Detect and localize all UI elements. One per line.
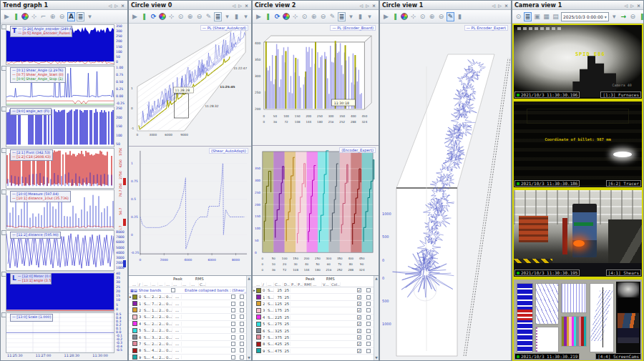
column-header[interactable]: Col… [331, 282, 341, 287]
list-view-icon[interactable]: ≣ [524, 12, 532, 21]
window-controls[interactable]: ◁ ▷ × [233, 3, 249, 8]
table-scrollbar[interactable]: ▲▼ [246, 276, 251, 360]
chart-plot-area[interactable]: T— [1:20] Angle_encoder (249.69)— [0:5] … [6, 24, 114, 65]
collapse-checkbox[interactable] [240, 328, 244, 332]
row-more-button[interactable]: … [172, 342, 182, 346]
column-icon[interactable]: ▮ [356, 12, 364, 21]
enable-collapsed-link[interactable]: Enable collapsed bands : (Shear_ [185, 288, 246, 292]
visible-checkbox[interactable] [231, 335, 235, 340]
camera-feed-shears[interactable]: 2021/10/3 11:30:30.195[4:1] Shears [512, 189, 643, 278]
collapse-checkbox[interactable] [240, 335, 244, 340]
row-more-button[interactable]: … [172, 335, 182, 340]
band-color-swatch[interactable] [132, 341, 137, 346]
chart-plot-area[interactable]: — [13:0] Scale (1.000) [6, 312, 114, 353]
play-icon[interactable]: ▶ [3, 12, 11, 21]
table-row[interactable]: ▸0S…2…2…0…… [129, 294, 246, 300]
refresh-icon[interactable]: ⟳ [273, 12, 281, 21]
collapse-checkbox[interactable] [366, 335, 371, 340]
pause-icon[interactable]: ‖ [638, 12, 644, 21]
column-icon[interactable]: ▮ [456, 12, 464, 21]
visible-checkbox[interactable] [231, 308, 235, 312]
window-controls[interactable]: ◁ ▷ × [492, 3, 509, 8]
visible-checkbox[interactable]: ✓ [357, 295, 361, 300]
zoom-out-icon[interactable]: ⊖ [437, 12, 445, 21]
column-header[interactable]: … [151, 282, 158, 287]
column-header[interactable]: D… [283, 282, 291, 287]
film-strip-icon[interactable]: ▤ [552, 12, 560, 21]
chart-plot-area[interactable]: — [2:1] Pivot (342.53)— [1:2] C18 (2608.… [6, 148, 114, 189]
table-row[interactable]: 1S…7525✓ [253, 294, 374, 300]
autoadapt-line-chart[interactable]: (Shear_AutoAdapt) 10.750.50.250-0.250200… [129, 146, 251, 275]
band-color-swatch[interactable] [256, 295, 261, 300]
play-icon[interactable]: ▶ [131, 12, 139, 21]
visible-checkbox[interactable]: ✓ [357, 302, 361, 306]
axes-tool-icon[interactable]: ⊹ [409, 12, 417, 21]
table-row[interactable]: 8S…4…2…0…… [129, 347, 246, 354]
axes-tool-icon[interactable]: ⊹ [291, 12, 299, 21]
view-eye-icon[interactable]: ⊙ [514, 12, 522, 21]
zoom-out-icon[interactable]: ⊖ [319, 12, 327, 21]
table-row[interactable]: 4S…2…2…0…… [129, 321, 246, 327]
view-eye-icon[interactable]: ⊙ [301, 12, 308, 21]
table-row[interactable]: 5S…2…2…0…… [129, 327, 246, 334]
row-more-button[interactable]: … [172, 322, 182, 326]
dropdown-arrow-icon[interactable]: ▾ [223, 12, 231, 21]
table-row[interactable]: 2S…1…2…0…… [129, 307, 246, 314]
row-more-button[interactable]: … [172, 355, 182, 360]
collapse-checkbox[interactable] [240, 308, 244, 312]
camera-feed-furnaces[interactable]: SPID E86Camera 402021/10/3 11:30:30.196[… [512, 24, 643, 100]
row-more-button[interactable]: … [172, 308, 182, 312]
camera-feed-screencams[interactable]: 2021/10/3 11:30:30.219[4:4] ScreenCams [512, 278, 643, 361]
visible-checkbox[interactable] [231, 295, 235, 299]
row-more-button[interactable]: … [172, 315, 182, 319]
table-scrollbar[interactable]: ▲▼ [374, 276, 379, 360]
column-header[interactable]: … [165, 282, 172, 287]
visible-checkbox[interactable] [231, 355, 235, 360]
palette-icon[interactable] [401, 13, 408, 20]
refresh-icon[interactable]: ⟳ [150, 12, 157, 21]
pause-icon[interactable]: ‖ [12, 12, 20, 21]
table-row[interactable]: 3S…2…2…0…… [129, 314, 246, 320]
column-header[interactable]: … [312, 282, 322, 287]
band-color-swatch[interactable] [132, 328, 137, 333]
collapse-checkbox[interactable] [240, 295, 244, 299]
collapse-checkbox[interactable] [240, 322, 244, 326]
pause-icon[interactable]: ‖ [264, 12, 272, 21]
chart-plot-area[interactable]: — [9:0] angle_act (Pi) [6, 107, 114, 147]
table-row[interactable]: 1S…7…2…0…… [129, 300, 246, 307]
collapse-checkbox[interactable] [366, 342, 371, 346]
table-row[interactable]: 7S…37525✓ [253, 335, 374, 341]
table-row[interactable]: 4S…22525✓ [253, 315, 374, 321]
show-bands-link[interactable]: Show bands [139, 288, 161, 292]
column-header[interactable]: ∕ [138, 282, 143, 287]
axes-tool-icon[interactable]: ⊹ [167, 12, 175, 21]
column-header[interactable]: ∕ [262, 282, 267, 287]
chart-plot-area[interactable]: — [11:2] distance (595.90) [6, 230, 114, 271]
row-more-button[interactable]: … [172, 295, 182, 299]
band-color-swatch[interactable] [132, 355, 137, 360]
visible-checkbox[interactable]: ✓ [357, 322, 361, 326]
visible-checkbox[interactable] [231, 302, 235, 306]
collapse-checkbox[interactable] [366, 288, 371, 292]
window-controls[interactable]: ◁ ▷ × [360, 3, 376, 8]
pause-icon[interactable]: ‖ [391, 12, 399, 21]
band-color-swatch[interactable] [256, 348, 261, 353]
table-row[interactable]: 9S…47525✓ [253, 348, 374, 355]
dropdown-arrow-icon[interactable]: ▾ [86, 12, 94, 21]
zoom-out-icon[interactable]: ⊖ [58, 12, 66, 21]
band-color-swatch[interactable] [256, 315, 261, 320]
band-view-icons[interactable]: ▦▤ [130, 288, 137, 292]
pause-icon[interactable]: ‖ [140, 12, 148, 21]
table-row[interactable]: 7S…2…2…0…… [129, 341, 246, 347]
legend-layout-icon[interactable]: ≣ [77, 12, 84, 21]
table-row[interactable]: 6S…3…2…0…… [129, 334, 246, 340]
play-icon[interactable]: ▶ [382, 12, 390, 21]
visible-checkbox[interactable] [231, 342, 235, 346]
band-color-swatch[interactable] [132, 321, 137, 326]
collapse-checkbox[interactable] [366, 295, 371, 300]
zoom-in-icon[interactable]: ⊕ [49, 12, 57, 21]
settings-edit-icon[interactable]: ✎ [328, 12, 336, 21]
band-color-swatch[interactable] [256, 322, 261, 327]
band-color-swatch[interactable] [132, 335, 137, 340]
column-header[interactable]: P… [291, 282, 297, 287]
